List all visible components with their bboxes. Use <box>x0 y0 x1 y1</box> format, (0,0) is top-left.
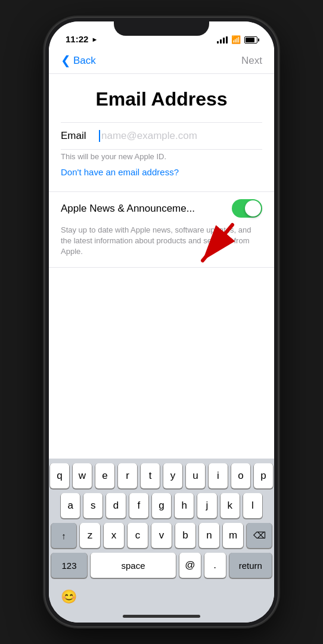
text-cursor <box>99 130 100 142</box>
signal-bar-2 <box>220 39 222 44</box>
back-chevron-icon: ❮ <box>61 54 71 66</box>
signal-bar-1 <box>217 41 219 44</box>
space-key[interactable]: space <box>91 553 176 578</box>
bottom-bar: 😊 <box>49 585 274 615</box>
key-i[interactable]: i <box>209 463 228 488</box>
home-indicator-bar <box>49 615 274 623</box>
nav-bar: ❮ Back Next <box>49 48 274 74</box>
key-v[interactable]: v <box>151 523 172 548</box>
keyboard-area: q w e r t y u i o p a s d f g h j k <box>49 459 274 585</box>
keyboard-row-1: q w e r t y u i o p <box>51 463 272 488</box>
key-m[interactable]: m <box>223 523 243 548</box>
key-x[interactable]: x <box>104 523 124 548</box>
apple-id-hint: This will be your new Apple ID. <box>49 150 274 166</box>
key-b[interactable]: b <box>175 523 195 548</box>
key-l[interactable]: l <box>243 493 262 518</box>
back-label: Back <box>73 55 96 67</box>
key-z[interactable]: z <box>80 523 100 548</box>
signal-bars <box>217 36 228 44</box>
email-input[interactable] <box>101 130 262 142</box>
key-t[interactable]: t <box>141 463 160 488</box>
emoji-button[interactable]: 😊 <box>61 589 77 605</box>
at-key[interactable]: @ <box>179 553 201 578</box>
status-time: 11:22 ► <box>66 34 98 44</box>
key-o[interactable]: o <box>231 463 250 488</box>
backspace-key[interactable]: ⌫ <box>247 523 272 548</box>
email-label: Email <box>61 130 92 142</box>
battery-fill <box>246 38 254 42</box>
key-q[interactable]: q <box>50 463 69 488</box>
key-d[interactable]: d <box>106 493 125 518</box>
screen: 11:22 ► 📶 ❮ <box>49 21 274 623</box>
keyboard-row-3: ↑ z x c v b n m ⌫ <box>51 523 272 548</box>
location-icon: ► <box>91 36 98 43</box>
key-a[interactable]: a <box>61 493 80 518</box>
key-r[interactable]: r <box>118 463 137 488</box>
wifi-icon: 📶 <box>231 35 241 44</box>
apple-news-toggle[interactable] <box>232 199 262 218</box>
shift-key[interactable]: ↑ <box>51 523 76 548</box>
key-f[interactable]: f <box>129 493 148 518</box>
key-s[interactable]: s <box>83 493 103 518</box>
toggle-knob <box>245 200 261 216</box>
keyboard-row-2: a s d f g h j k l <box>51 493 272 518</box>
toggle-section: Apple News & Announceme... Stay up to da… <box>49 191 274 268</box>
email-field-row[interactable]: Email <box>49 123 274 149</box>
return-key[interactable]: return <box>229 553 272 578</box>
numbers-key[interactable]: 123 <box>51 553 87 578</box>
key-g[interactable]: g <box>152 493 171 518</box>
form-section: Email This will be your new Apple ID. Do… <box>49 122 274 187</box>
key-u[interactable]: u <box>186 463 205 488</box>
signal-bar-3 <box>223 38 225 44</box>
phone-frame: 11:22 ► 📶 ❮ <box>45 18 278 626</box>
time-display: 11:22 <box>66 34 88 44</box>
keyboard-row-4: 123 space @ . return <box>51 553 272 578</box>
status-icons: 📶 <box>217 35 257 44</box>
toggle-row: Apple News & Announceme... <box>49 192 274 225</box>
key-p[interactable]: p <box>254 463 273 488</box>
page-title: Email Address <box>49 74 274 122</box>
key-w[interactable]: w <box>73 463 92 488</box>
main-content: Email Address Email This will be your ne… <box>49 74 274 459</box>
key-k[interactable]: k <box>220 493 240 518</box>
home-indicator <box>123 615 200 618</box>
battery-icon <box>244 36 257 44</box>
period-key[interactable]: . <box>204 553 226 578</box>
toggle-description: Stay up to date with Apple news, softwar… <box>49 225 274 267</box>
key-y[interactable]: y <box>163 463 182 488</box>
key-j[interactable]: j <box>197 493 216 518</box>
key-e[interactable]: e <box>95 463 114 488</box>
key-h[interactable]: h <box>175 493 194 518</box>
key-n[interactable]: n <box>199 523 219 548</box>
content-area: ❮ Back Next Email Address Email <box>49 48 274 459</box>
signal-bar-4 <box>226 36 228 44</box>
key-c[interactable]: c <box>128 523 148 548</box>
toggle-label: Apple News & Announceme... <box>61 203 195 215</box>
no-email-link[interactable]: Don't have an email address? <box>49 166 274 187</box>
back-button[interactable]: ❮ Back <box>61 55 96 67</box>
notch <box>114 18 209 36</box>
next-button[interactable]: Next <box>241 55 262 67</box>
